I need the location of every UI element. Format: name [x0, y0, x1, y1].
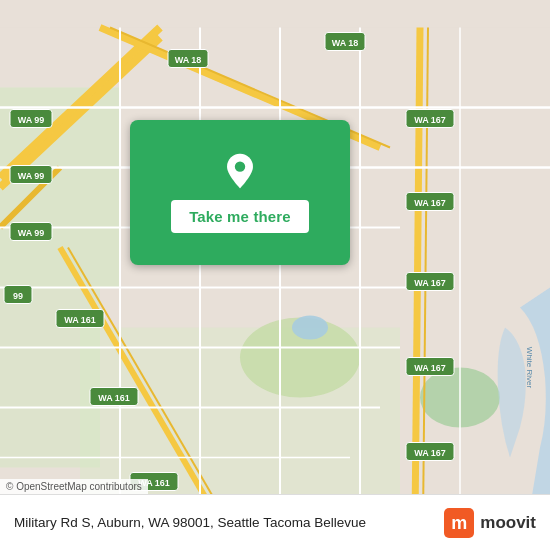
moovit-m-icon: m — [444, 508, 474, 538]
svg-text:WA 161: WA 161 — [98, 393, 130, 403]
svg-text:WA 99: WA 99 — [18, 115, 45, 125]
svg-text:WA 99: WA 99 — [18, 228, 45, 238]
copyright-text: © OpenStreetMap contributors — [6, 481, 142, 492]
svg-text:WA 167: WA 167 — [414, 363, 446, 373]
map-background: WA 99 WA 99 WA 99 99 WA 18 WA 18 WA 18 W… — [0, 0, 550, 550]
location-card: Take me there — [130, 120, 350, 265]
svg-point-6 — [292, 316, 328, 340]
svg-text:WA 167: WA 167 — [414, 278, 446, 288]
svg-text:WA 167: WA 167 — [414, 198, 446, 208]
take-me-there-button[interactable]: Take me there — [171, 200, 309, 233]
location-pin-icon — [221, 152, 259, 190]
moovit-wordmark: moovit — [480, 513, 536, 533]
svg-text:99: 99 — [13, 291, 23, 301]
address-text: Military Rd S, Auburn, WA 98001, Seattle… — [14, 515, 444, 530]
svg-text:WA 167: WA 167 — [414, 115, 446, 125]
bottom-bar: Military Rd S, Auburn, WA 98001, Seattle… — [0, 494, 550, 550]
moovit-logo: m moovit — [444, 508, 536, 538]
svg-text:WA 18: WA 18 — [332, 38, 359, 48]
svg-text:WA 167: WA 167 — [414, 448, 446, 458]
svg-text:WA 99: WA 99 — [18, 171, 45, 181]
copyright-bar: © OpenStreetMap contributors — [0, 479, 148, 494]
svg-text:WA 161: WA 161 — [64, 315, 96, 325]
svg-point-60 — [235, 162, 245, 172]
svg-text:WA 18: WA 18 — [175, 55, 202, 65]
svg-text:White River: White River — [525, 347, 534, 389]
map-container: WA 99 WA 99 WA 99 99 WA 18 WA 18 WA 18 W… — [0, 0, 550, 550]
